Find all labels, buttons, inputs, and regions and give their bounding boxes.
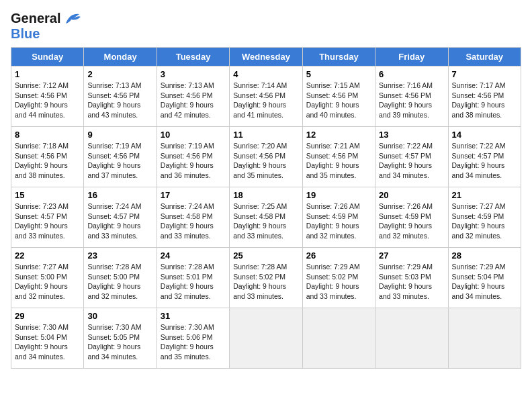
day-info: Sunrise: 7:28 AMSunset: 5:01 PMDaylight:…: [161, 263, 214, 300]
week-row-3: 22 Sunrise: 7:27 AMSunset: 5:00 PMDaylig…: [11, 248, 521, 308]
week-row-1: 8 Sunrise: 7:18 AMSunset: 4:56 PMDayligh…: [11, 127, 521, 187]
day-info: Sunrise: 7:21 AMSunset: 4:56 PMDaylight:…: [306, 142, 360, 179]
day-cell-17: 17 Sunrise: 7:24 AMSunset: 4:58 PMDaylig…: [157, 187, 229, 248]
day-info: Sunrise: 7:12 AMSunset: 4:56 PMDaylight:…: [15, 81, 69, 119]
day-info: Sunrise: 7:30 AMSunset: 5:04 PMDaylight:…: [15, 323, 69, 361]
day-info: Sunrise: 7:19 AMSunset: 4:56 PMDaylight:…: [87, 142, 141, 179]
day-number: 2: [87, 69, 152, 79]
logo-text-blue: Blue: [11, 26, 40, 41]
week-row-2: 15 Sunrise: 7:23 AMSunset: 4:57 PMDaylig…: [11, 187, 521, 248]
day-cell-26: 26 Sunrise: 7:29 AMSunset: 5:02 PMDaylig…: [302, 248, 375, 308]
day-number: 27: [379, 250, 444, 261]
day-number: 10: [161, 130, 226, 140]
day-cell-28: 28 Sunrise: 7:29 AMSunset: 5:04 PMDaylig…: [448, 248, 521, 308]
day-number: 1: [15, 69, 80, 79]
logo-text-general: General: [11, 11, 60, 26]
day-cell-9: 9 Sunrise: 7:19 AMSunset: 4:56 PMDayligh…: [84, 127, 157, 187]
day-cell-14: 14 Sunrise: 7:22 AMSunset: 4:57 PMDaylig…: [448, 127, 521, 187]
day-number: 11: [233, 130, 298, 140]
day-number: 9: [87, 130, 152, 140]
day-cell-16: 16 Sunrise: 7:24 AMSunset: 4:57 PMDaylig…: [84, 187, 157, 248]
day-info: Sunrise: 7:26 AMSunset: 4:59 PMDaylight:…: [379, 202, 433, 240]
day-number: 24: [161, 250, 226, 261]
day-number: 8: [15, 130, 80, 140]
weekday-tuesday: Tuesday: [157, 48, 229, 66]
week-row-0: 1 Sunrise: 7:12 AMSunset: 4:56 PMDayligh…: [11, 66, 521, 127]
day-cell-25: 25 Sunrise: 7:28 AMSunset: 5:02 PMDaylig…: [230, 248, 302, 308]
logo: General Blue: [11, 11, 82, 42]
day-number: 26: [306, 250, 371, 261]
day-cell-12: 12 Sunrise: 7:21 AMSunset: 4:56 PMDaylig…: [302, 127, 375, 187]
day-info: Sunrise: 7:29 AMSunset: 5:03 PMDaylight:…: [379, 263, 433, 300]
day-cell-29: 29 Sunrise: 7:30 AMSunset: 5:04 PMDaylig…: [11, 308, 84, 369]
day-info: Sunrise: 7:24 AMSunset: 4:57 PMDaylight:…: [87, 202, 141, 240]
day-info: Sunrise: 7:20 AMSunset: 4:56 PMDaylight:…: [233, 142, 287, 179]
day-number: 16: [87, 190, 152, 200]
day-info: Sunrise: 7:14 AMSunset: 4:56 PMDaylight:…: [233, 81, 287, 119]
day-info: Sunrise: 7:23 AMSunset: 4:57 PMDaylight:…: [15, 202, 69, 240]
day-cell-31: 31 Sunrise: 7:30 AMSunset: 5:06 PMDaylig…: [157, 308, 229, 369]
day-cell-3: 3 Sunrise: 7:13 AMSunset: 4:56 PMDayligh…: [157, 66, 229, 127]
day-info: Sunrise: 7:16 AMSunset: 4:56 PMDaylight:…: [379, 81, 433, 119]
day-number: 19: [306, 190, 371, 200]
weekday-header-row: SundayMondayTuesdayWednesdayThursdayFrid…: [11, 48, 521, 66]
weekday-sunday: Sunday: [11, 48, 84, 66]
page-header: General Blue: [11, 11, 521, 42]
day-number: 23: [87, 250, 152, 261]
day-info: Sunrise: 7:17 AMSunset: 4:56 PMDaylight:…: [452, 81, 506, 119]
weekday-friday: Friday: [375, 48, 448, 66]
day-cell-24: 24 Sunrise: 7:28 AMSunset: 5:01 PMDaylig…: [157, 248, 229, 308]
day-info: Sunrise: 7:13 AMSunset: 4:56 PMDaylight:…: [87, 81, 141, 119]
day-info: Sunrise: 7:30 AMSunset: 5:06 PMDaylight:…: [161, 323, 214, 361]
day-cell-21: 21 Sunrise: 7:27 AMSunset: 4:59 PMDaylig…: [448, 187, 521, 248]
day-number: 30: [87, 311, 152, 321]
logo-bird-icon: [63, 11, 82, 26]
day-number: 18: [233, 190, 298, 200]
day-info: Sunrise: 7:22 AMSunset: 4:57 PMDaylight:…: [452, 142, 506, 179]
day-number: 5: [306, 69, 371, 79]
day-info: Sunrise: 7:29 AMSunset: 5:02 PMDaylight:…: [306, 263, 360, 300]
day-info: Sunrise: 7:27 AMSunset: 5:00 PMDaylight:…: [15, 263, 69, 300]
day-number: 7: [452, 69, 517, 79]
day-cell-8: 8 Sunrise: 7:18 AMSunset: 4:56 PMDayligh…: [11, 127, 84, 187]
empty-cell: [302, 308, 375, 369]
calendar-body: 1 Sunrise: 7:12 AMSunset: 4:56 PMDayligh…: [11, 66, 521, 369]
calendar-table: SundayMondayTuesdayWednesdayThursdayFrid…: [11, 47, 521, 369]
day-cell-1: 1 Sunrise: 7:12 AMSunset: 4:56 PMDayligh…: [11, 66, 84, 127]
day-number: 31: [161, 311, 226, 321]
day-number: 25: [233, 250, 298, 261]
day-cell-27: 27 Sunrise: 7:29 AMSunset: 5:03 PMDaylig…: [375, 248, 448, 308]
day-cell-13: 13 Sunrise: 7:22 AMSunset: 4:57 PMDaylig…: [375, 127, 448, 187]
day-cell-19: 19 Sunrise: 7:26 AMSunset: 4:59 PMDaylig…: [302, 187, 375, 248]
empty-cell: [448, 308, 521, 369]
day-info: Sunrise: 7:18 AMSunset: 4:56 PMDaylight:…: [15, 142, 69, 179]
day-number: 21: [452, 190, 517, 200]
day-number: 22: [15, 250, 80, 261]
day-info: Sunrise: 7:13 AMSunset: 4:56 PMDaylight:…: [161, 81, 214, 119]
day-info: Sunrise: 7:30 AMSunset: 5:05 PMDaylight:…: [87, 323, 141, 361]
day-info: Sunrise: 7:26 AMSunset: 4:59 PMDaylight:…: [306, 202, 360, 240]
day-info: Sunrise: 7:22 AMSunset: 4:57 PMDaylight:…: [379, 142, 433, 179]
weekday-wednesday: Wednesday: [230, 48, 302, 66]
day-info: Sunrise: 7:27 AMSunset: 4:59 PMDaylight:…: [452, 202, 506, 240]
day-number: 14: [452, 130, 517, 140]
day-info: Sunrise: 7:15 AMSunset: 4:56 PMDaylight:…: [306, 81, 360, 119]
day-cell-11: 11 Sunrise: 7:20 AMSunset: 4:56 PMDaylig…: [230, 127, 302, 187]
day-number: 6: [379, 69, 444, 79]
day-info: Sunrise: 7:24 AMSunset: 4:58 PMDaylight:…: [161, 202, 214, 240]
day-cell-4: 4 Sunrise: 7:14 AMSunset: 4:56 PMDayligh…: [230, 66, 302, 127]
day-info: Sunrise: 7:28 AMSunset: 5:02 PMDaylight:…: [233, 263, 287, 300]
day-number: 12: [306, 130, 371, 140]
day-info: Sunrise: 7:25 AMSunset: 4:58 PMDaylight:…: [233, 202, 287, 240]
day-cell-6: 6 Sunrise: 7:16 AMSunset: 4:56 PMDayligh…: [375, 66, 448, 127]
day-cell-18: 18 Sunrise: 7:25 AMSunset: 4:58 PMDaylig…: [230, 187, 302, 248]
weekday-thursday: Thursday: [302, 48, 375, 66]
weekday-monday: Monday: [84, 48, 157, 66]
day-info: Sunrise: 7:29 AMSunset: 5:04 PMDaylight:…: [452, 263, 506, 300]
day-info: Sunrise: 7:28 AMSunset: 5:00 PMDaylight:…: [87, 263, 141, 300]
day-cell-30: 30 Sunrise: 7:30 AMSunset: 5:05 PMDaylig…: [84, 308, 157, 369]
day-number: 20: [379, 190, 444, 200]
week-row-4: 29 Sunrise: 7:30 AMSunset: 5:04 PMDaylig…: [11, 308, 521, 369]
day-cell-2: 2 Sunrise: 7:13 AMSunset: 4:56 PMDayligh…: [84, 66, 157, 127]
day-info: Sunrise: 7:19 AMSunset: 4:56 PMDaylight:…: [161, 142, 214, 179]
